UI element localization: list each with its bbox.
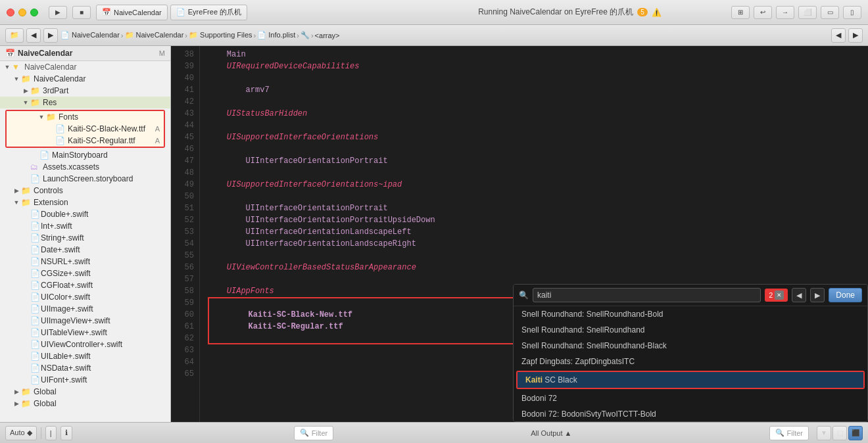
sidebar-item-fonts-label: Fonts [59, 112, 78, 122]
toolbar2-right: ◀ ▶ [831, 28, 863, 43]
tree-item-Stringswift[interactable]: 📄String+.swift [0, 232, 170, 244]
tree-item-UIFontswift[interactable]: 📄UIFont+.swift [0, 374, 170, 386]
tree-item-fonts[interactable]: ▼ 📁 Fonts [7, 111, 164, 123]
tree-item-UIViewControllerswift[interactable]: 📄UIViewController+.swift [0, 338, 170, 350]
back-btn[interactable]: ◀ [26, 28, 41, 43]
tree-item-res[interactable]: ▼ 📁 Res [0, 97, 170, 108]
line-col-btn[interactable]: | [45, 426, 57, 440]
next-result-btn[interactable]: ▶ [848, 28, 863, 43]
tree-item-3rdpart[interactable]: ▶ 📁 3rdPart [0, 85, 170, 97]
filter-right-label: Filter [787, 429, 803, 437]
arrow-icon: ▶ [12, 388, 21, 395]
minimize-button[interactable] [18, 9, 26, 16]
clear-search-btn[interactable]: ✕ [775, 291, 784, 300]
tree-item-UIColorswift[interactable]: 📄UIColor+.swift [0, 291, 170, 303]
tree-item-Intswift[interactable]: 📄Int+.swift [0, 220, 170, 232]
tree-item-UIImageswift[interactable]: 📄UIImage+.swift [0, 303, 170, 315]
tab-eyrefree[interactable]: 📄 EyreFree 的爪机 [170, 5, 247, 20]
breadcrumb-2: 📁 NaiveCalendar [125, 31, 184, 39]
tree-item-ttf1[interactable]: 📄 Kaiti-SC-Black-New.ttf A [7, 123, 164, 135]
info-status-btn[interactable]: ℹ [60, 426, 72, 440]
next-font-btn[interactable]: ▶ [810, 288, 825, 302]
filter-left[interactable]: 🔍 Filter [294, 426, 333, 440]
folder-btn[interactable]: 📁 [5, 28, 24, 43]
font-list-item[interactable]: Kaiti SC Black [518, 372, 863, 388]
project-icon: 📅 [5, 49, 15, 58]
tree-item-launchscreen[interactable]: 📄 LaunchScreen.storyboard [0, 173, 170, 185]
font-list-item[interactable]: Bodoni 72: BodoniSvtyTwoITCTT-Bold [514, 406, 867, 421]
font-list-item[interactable]: Bodoni 72 [514, 390, 867, 406]
breadcrumb-1: 📄 NaiveCalendar [60, 31, 120, 39]
tree-item-NSDataswift[interactable]: 📄NSData+.swift [0, 362, 170, 374]
close-button[interactable] [7, 9, 14, 16]
tree-item-Dateswift[interactable]: 📄Date+.swift [0, 244, 170, 256]
layout-btn-6[interactable]: ▯ [843, 6, 861, 19]
tree-item-UILableswift[interactable]: 📄UILable+.swift [0, 350, 170, 362]
sidebar-header: 📅 NaiveCalendar M [0, 46, 170, 61]
breadcrumb-3: 📁 Supporting Files [189, 31, 253, 39]
font-picker-panel: 🔍 2 ✕ ◀ ▶ Done Snell Roundhand: SnellRou… [513, 284, 868, 422]
maximize-button[interactable] [30, 9, 38, 16]
hide-debug-btn[interactable]: ▼ [817, 426, 831, 440]
font-list-item[interactable]: Snell Roundhand: SnellRoundhand-Black [514, 338, 867, 354]
layout-btn-3[interactable]: → [776, 6, 794, 19]
tree-item-NSURLswift[interactable]: 📄NSURL+.swift [0, 256, 170, 268]
arrow-icon: ▼ [37, 114, 46, 120]
folder-icon: 📁 [46, 112, 57, 122]
search-count: 2 [769, 291, 773, 299]
tree-root: ▼ ▼ NaiveCalendar ▼ 📁 NaiveCalendar ▶ 📁 … [0, 61, 170, 409]
full-view-btn[interactable]: ⬛ [848, 426, 863, 440]
sidebar-item-label: MainStoryboard [52, 151, 108, 160]
titlebar-center: Running NaiveCalendar on EyreFree 的爪机 5 … [414, 7, 726, 18]
auto-status-btn[interactable]: Auto ◆ [5, 426, 37, 440]
breadcrumb-5: 🔧 [301, 31, 310, 39]
tree-item-global[interactable]: ▶ 📁 Global [0, 386, 170, 398]
prev-font-btn[interactable]: ◀ [792, 288, 806, 302]
warning-icon: ⚠️ [652, 8, 662, 17]
tree-item-ttf2[interactable]: 📄 Kaiti-SC-Regular.ttf A [7, 135, 164, 147]
tree-item-Doubleswift[interactable]: 📄Double+.swift [0, 208, 170, 220]
split-view-btn[interactable]: ⬚ [832, 426, 847, 440]
stop-button[interactable]: ■ [72, 6, 91, 19]
tree-item-root[interactable]: ▼ ▼ NaiveCalendar [0, 61, 170, 73]
filter-left-label: Filter [312, 429, 327, 437]
tree-item-mainstoryboard[interactable]: 📄 MainStoryboard [0, 149, 170, 161]
layout-btn-1[interactable]: ⊞ [731, 6, 750, 19]
font-list-item[interactable]: Snell Roundhand: SnellRoundhand-Bold [514, 306, 867, 322]
font-list-item[interactable]: Zapf Dingbats: ZapfDingbatsITC [514, 354, 867, 369]
font-list-item[interactable]: Snell Roundhand: SnellRoundhand [514, 322, 867, 338]
ttf1-a-label: A [155, 125, 164, 133]
tree-item-assets[interactable]: 🗂 Assets.xcassets [0, 161, 170, 173]
font-search-input[interactable] [533, 288, 761, 302]
tree-item-extension[interactable]: ▼ 📁 Extension [0, 197, 170, 208]
tree-item-CGFloatswift[interactable]: 📄CGFloat+.swift [0, 279, 170, 291]
tree-item-UITableViewswift[interactable]: 📄UITableView+.swift [0, 327, 170, 338]
layout-btn-2[interactable]: ↩ [754, 6, 772, 19]
sidebar-item-label: Res [43, 98, 57, 107]
tree-item-CGSizeswift[interactable]: 📄CGSize+.swift [0, 268, 170, 279]
prev-result-btn[interactable]: ◀ [831, 28, 846, 43]
traffic-lights [7, 9, 38, 16]
filter-right[interactable]: 🔍 Filter [769, 426, 809, 440]
layout-btn-5[interactable]: ▭ [821, 6, 839, 19]
tree-item-network[interactable]: ▶ 📁 Global [0, 398, 170, 409]
run-button[interactable]: ▶ [49, 6, 67, 19]
done-btn[interactable]: Done [829, 288, 862, 302]
arrow-icon: ▼ [12, 76, 21, 82]
tree-item-naivecalendar[interactable]: ▼ 📁 NaiveCalendar [0, 73, 170, 85]
tree-item-UIImageViewswift[interactable]: 📄UIImageView+.swift [0, 315, 170, 327]
forward-btn[interactable]: ▶ [43, 28, 58, 43]
arrow-icon: ▼ [21, 99, 30, 106]
tab-naivecalendar[interactable]: 📅 NaiveCalendar [96, 5, 168, 20]
search-count-box: 2 ✕ [765, 289, 788, 302]
folder-icon: 📁 [21, 74, 32, 83]
sidebar-item-label: Global [34, 387, 57, 396]
tree-item-controls[interactable]: ▶ 📁 Controls [0, 185, 170, 197]
layout-btn-4[interactable]: ⬜ [798, 6, 817, 19]
breadcrumb-last: <array> [315, 32, 340, 39]
all-output-area: All Output ▲ [337, 429, 765, 437]
xcassets-icon: 🗂 [30, 162, 41, 172]
sidebar-item-label: Assets.xcassets [43, 162, 99, 172]
titlebar-tabs: 📅 NaiveCalendar 📄 EyreFree 的爪机 [96, 5, 408, 20]
folder-icon: ▼ [12, 62, 22, 72]
